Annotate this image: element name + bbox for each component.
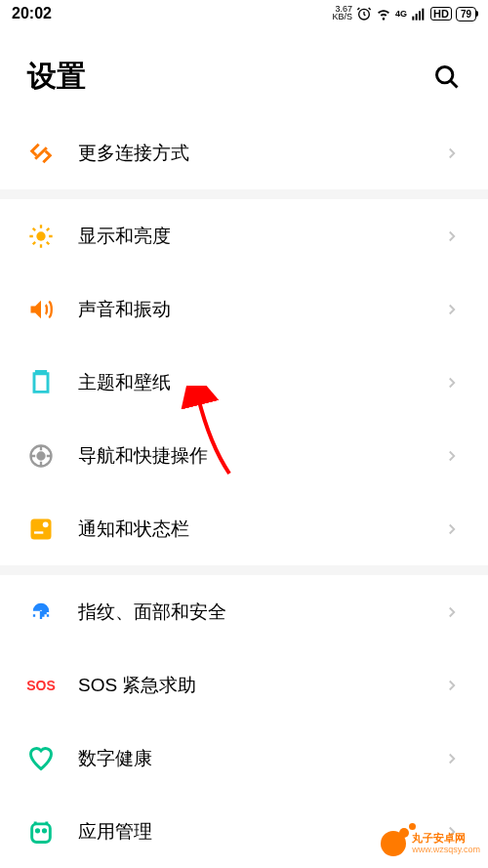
notification-statusbar[interactable]: 通知和状态栏 xyxy=(0,492,488,565)
connect-icon xyxy=(27,140,55,167)
status-bar: 20:02 3.67 KB/S 4G HD 79 xyxy=(0,0,488,27)
more-connections[interactable]: 更多连接方式 xyxy=(0,116,488,189)
battery-indicator: 79 xyxy=(456,7,476,21)
svg-point-13 xyxy=(36,829,38,831)
chevron-right-icon xyxy=(443,145,461,162)
svg-rect-11 xyxy=(34,531,43,533)
svg-rect-9 xyxy=(31,518,52,539)
alarm-icon xyxy=(356,6,372,21)
svg-rect-3 xyxy=(419,11,421,20)
network-badge: 4G xyxy=(395,9,407,19)
item-label: 数字健康 xyxy=(78,746,443,771)
item-label: 主题和壁纸 xyxy=(78,370,443,395)
group-divider xyxy=(0,189,488,199)
item-label: 显示和亮度 xyxy=(78,224,443,249)
hd-badge: HD xyxy=(430,7,452,21)
svg-point-10 xyxy=(43,521,49,527)
svg-point-14 xyxy=(43,829,45,831)
health-icon xyxy=(27,745,55,772)
chevron-right-icon xyxy=(443,603,461,621)
status-indicators: 3.67 KB/S 4G HD 79 xyxy=(332,6,476,21)
svg-rect-1 xyxy=(412,17,414,21)
chevron-right-icon xyxy=(443,677,461,694)
network-speed: 3.67 KB/S xyxy=(332,6,352,21)
sound-icon xyxy=(27,296,55,323)
fingerprint-icon xyxy=(27,599,55,626)
item-label: 导航和快捷操作 xyxy=(78,443,443,469)
item-label: 指纹、面部和安全 xyxy=(78,599,443,625)
sos-emergency[interactable]: SOS SOS 紧急求助 xyxy=(0,648,488,722)
chevron-right-icon xyxy=(443,301,461,318)
item-label: 更多连接方式 xyxy=(78,141,443,166)
item-label: SOS 紧急求助 xyxy=(78,673,443,698)
watermark: 丸子安卓网 www.wzsqsy.com xyxy=(381,831,480,856)
display-brightness[interactable]: 显示和亮度 xyxy=(0,199,488,272)
watermark-text: 丸子安卓网 www.wzsqsy.com xyxy=(412,832,480,855)
status-time: 20:02 xyxy=(12,5,52,22)
chevron-right-icon xyxy=(443,520,461,538)
theme-icon xyxy=(27,369,55,396)
svg-rect-2 xyxy=(416,14,418,21)
group-divider xyxy=(0,565,488,575)
apps-icon xyxy=(27,818,55,846)
navigation-shortcut[interactable]: 导航和快捷操作 xyxy=(0,419,488,492)
watermark-logo-icon xyxy=(381,831,406,856)
search-icon[interactable] xyxy=(433,63,461,91)
chevron-right-icon xyxy=(443,447,461,465)
notify-icon xyxy=(27,516,55,543)
svg-point-5 xyxy=(437,66,453,82)
fingerprint-face-security[interactable]: 指纹、面部和安全 xyxy=(0,575,488,648)
signal-icon xyxy=(411,6,427,21)
chevron-right-icon xyxy=(443,227,461,245)
chevron-right-icon xyxy=(443,374,461,392)
sos-icon: SOS xyxy=(27,672,55,699)
svg-point-8 xyxy=(38,452,45,459)
digital-health[interactable]: 数字健康 xyxy=(0,722,488,795)
item-label: 声音和振动 xyxy=(78,297,443,322)
page-header: 设置 xyxy=(0,27,488,116)
item-label: 通知和状态栏 xyxy=(78,517,443,542)
page-title: 设置 xyxy=(27,57,86,97)
settings-list: 更多连接方式 显示和亮度 声音和振动 主题和壁纸 导航和快捷操作 xyxy=(0,116,488,868)
svg-rect-12 xyxy=(32,823,51,842)
svg-point-6 xyxy=(36,231,45,240)
nav-icon xyxy=(27,442,55,470)
brightness-icon xyxy=(27,223,55,250)
theme-wallpaper[interactable]: 主题和壁纸 xyxy=(0,346,488,419)
chevron-right-icon xyxy=(443,750,461,767)
svg-rect-4 xyxy=(422,9,424,21)
wifi-icon xyxy=(376,6,391,21)
sound-vibration[interactable]: 声音和振动 xyxy=(0,272,488,346)
